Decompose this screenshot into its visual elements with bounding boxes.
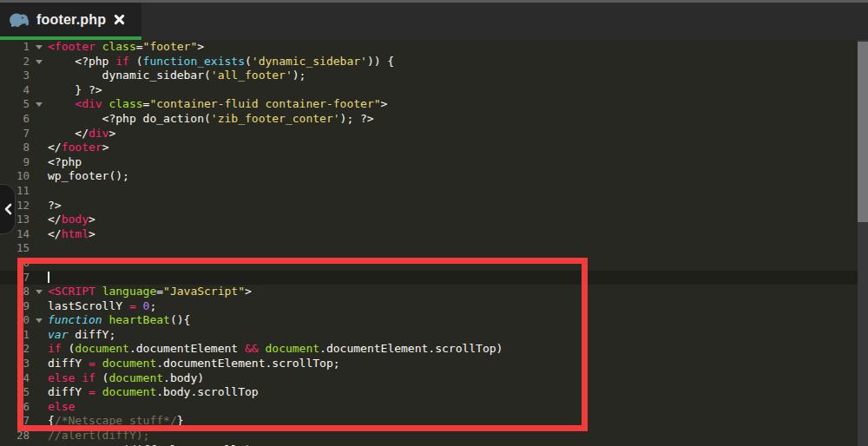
syntax-token: <footer — [48, 40, 95, 53]
code-line[interactable]: 7 </div> — [0, 127, 858, 141]
syntax-token: body — [62, 213, 89, 226]
code-line[interactable]: 5 <div class="container-fluid container-… — [0, 97, 858, 112]
code-line[interactable]: 10wp_footer(); — [0, 169, 858, 184]
code-line[interactable]: 1<footer class="footer"> — [0, 40, 858, 55]
code-area[interactable]: 1<footer class="footer">2 <?php if (func… — [0, 40, 858, 446]
fold-gutter — [30, 184, 48, 199]
syntax-token: document — [108, 371, 163, 384]
syntax-token: > — [245, 285, 252, 298]
code-text: if (document.documentElement && document… — [48, 342, 503, 357]
line-number: 3 — [0, 69, 30, 83]
scrollbar-thumb[interactable] — [858, 42, 868, 222]
code-line[interactable]: 23diffY = document.documentElement.scrol… — [0, 357, 858, 371]
syntax-token: ( — [129, 55, 143, 68]
fold-arrow-icon[interactable] — [30, 55, 48, 69]
code-text: {/*Netscape stuff*/} — [48, 414, 184, 429]
code-line[interactable]: 20function heartBeat(){ — [0, 313, 858, 328]
code-line[interactable]: 8</footer> — [0, 141, 858, 155]
line-number: 9 — [0, 155, 30, 170]
code-line[interactable]: 12?> — [0, 199, 858, 213]
code-line[interactable]: 13</body> — [0, 213, 858, 227]
code-line[interactable]: 29percent=.1*(diffY-lastScrollY); — [0, 443, 858, 446]
syntax-token: } ?> — [48, 83, 102, 96]
code-line[interactable]: 19lastScrollY = 0; — [0, 299, 858, 314]
line-number: 25 — [0, 385, 30, 400]
syntax-token: > — [89, 227, 95, 240]
line-number: 8 — [0, 141, 30, 155]
syntax-token: ?> — [48, 199, 62, 212]
fold-gutter — [30, 328, 48, 343]
syntax-token: "footer" — [143, 40, 198, 53]
code-line[interactable]: 6 <?php do_action('zib_footer_conter'); … — [0, 112, 858, 127]
fold-arrow-icon[interactable] — [30, 97, 48, 112]
syntax-token: document — [75, 342, 129, 355]
syntax-token: .1 — [102, 443, 116, 446]
syntax-token: .documentElement.scrollTop; — [156, 357, 339, 370]
code-line[interactable]: 15 — [0, 241, 858, 256]
syntax-token: > — [89, 213, 95, 226]
syntax-token: </ — [48, 227, 62, 240]
code-text: dynamic_sidebar('all_footer'); — [48, 69, 306, 83]
syntax-token: = — [89, 357, 95, 370]
syntax-token: *(diffY-lastScrollY); — [115, 443, 258, 446]
fold-gutter — [30, 256, 48, 271]
code-text: //alert(diffY); — [48, 429, 149, 443]
code-line[interactable]: 17 — [0, 271, 858, 285]
code-line[interactable]: 4 } ?> — [0, 83, 858, 98]
line-number: 5 — [0, 97, 30, 112]
code-line[interactable]: 22if (document.documentElement && docume… — [0, 342, 858, 357]
syntax-token — [75, 371, 82, 384]
tab-bar: footer.php — [0, 3, 868, 40]
syntax-token: .body.scrollTop — [156, 385, 258, 398]
code-line[interactable]: 24else if (document.body) — [0, 371, 858, 386]
code-text: <footer class="footer"> — [48, 40, 204, 55]
editor-window: footer.php 1<footer class="footer">2 <?p… — [0, 0, 868, 446]
syntax-token: .body) — [163, 371, 204, 384]
fold-arrow-icon[interactable] — [30, 285, 48, 299]
syntax-token: "JavaScript" — [163, 285, 245, 298]
code-line[interactable]: 21var diffY; — [0, 328, 858, 343]
code-line[interactable]: 25diffY = document.body.scrollTop — [0, 385, 858, 400]
syntax-token — [95, 385, 102, 398]
line-number: 29 — [0, 443, 30, 446]
fold-gutter — [30, 400, 48, 415]
syntax-token: if — [115, 55, 129, 68]
line-number: 24 — [0, 371, 30, 386]
line-number: 20 — [0, 313, 30, 328]
code-line[interactable]: 9<?php — [0, 155, 858, 170]
fold-arrow-icon[interactable] — [30, 313, 48, 328]
code-text: else if (document.body) — [48, 371, 204, 386]
fold-gutter — [30, 141, 48, 155]
code-line[interactable]: 14</html> — [0, 227, 858, 242]
line-number: 15 — [0, 241, 30, 256]
line-number: 21 — [0, 328, 30, 343]
syntax-token: else — [48, 400, 75, 413]
code-text: ?> — [48, 199, 62, 213]
line-number: 10 — [0, 169, 30, 184]
syntax-token: = — [95, 443, 102, 446]
code-line[interactable]: 3 dynamic_sidebar('all_footer'); — [0, 69, 858, 83]
code-line[interactable]: 28//alert(diffY); — [0, 429, 858, 443]
syntax-token — [136, 299, 143, 312]
code-line[interactable]: 27{/*Netscape stuff*/} — [0, 414, 858, 429]
close-tab-icon[interactable] — [113, 13, 126, 26]
tab-footer-php[interactable]: footer.php — [0, 3, 141, 40]
syntax-token: 'zib_footer_conter' — [211, 112, 340, 125]
code-text: <div class="container-fluid container-fo… — [48, 97, 387, 112]
fold-gutter — [30, 169, 48, 184]
code-line[interactable]: 11 — [0, 184, 858, 199]
code-line[interactable]: 2 <?php if (function_exists('dynamic_sid… — [0, 55, 858, 69]
syntax-token: > — [108, 127, 115, 140]
fold-gutter — [30, 443, 48, 446]
code-text — [48, 271, 49, 285]
fold-gutter — [30, 155, 48, 170]
syntax-token: )) { — [367, 55, 394, 68]
code-line[interactable]: 16 — [0, 256, 858, 271]
code-text: <?php if (function_exists('dynamic_sideb… — [48, 55, 394, 69]
sidebar-toggle-button[interactable] — [0, 184, 16, 234]
line-number: 2 — [0, 55, 30, 69]
code-line[interactable]: 26else — [0, 400, 858, 415]
line-number: 22 — [0, 342, 30, 357]
code-line[interactable]: 18<SCRIPT language="JavaScript"> — [0, 285, 858, 299]
fold-arrow-icon[interactable] — [30, 40, 48, 55]
